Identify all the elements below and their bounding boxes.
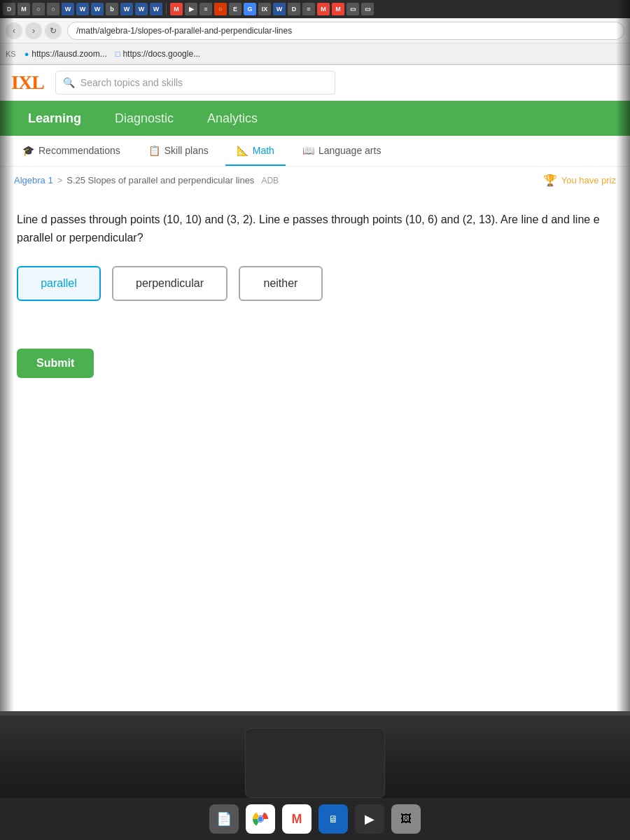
question-text: Line d passes through points (10, 10) an… xyxy=(17,211,613,246)
cursor-indicator xyxy=(17,323,613,337)
laptop-hinge xyxy=(0,711,630,715)
search-icon: 🔍 xyxy=(63,77,75,88)
svg-point-3 xyxy=(258,817,263,822)
app-icon-word3[interactable]: W xyxy=(91,3,104,15)
app-icon-right5[interactable]: M xyxy=(332,3,344,15)
address-bar-row: ‹ › ↻ /math/algebra-1/slopes-of-parallel… xyxy=(0,18,630,43)
subnav-language-arts[interactable]: 📖 Language arts xyxy=(291,136,393,166)
recommendations-icon: 🎓 xyxy=(22,145,34,156)
app-icon-doc[interactable]: ≡ xyxy=(200,3,212,15)
taskbar-gmail[interactable]: M xyxy=(282,804,312,834)
tab-learning[interactable]: Learning xyxy=(11,101,98,136)
taskbar-video[interactable]: ▶ xyxy=(355,804,384,834)
app-icon-vid[interactable]: ▶ xyxy=(185,3,197,15)
prize-icon: 🏆 xyxy=(543,174,557,187)
app-icon-o[interactable]: ○ xyxy=(214,3,227,15)
app-icon-word4[interactable]: W xyxy=(120,3,133,15)
app-icon-right2[interactable]: D xyxy=(288,3,300,15)
ixl-header: IXL 🔍 Search topics and skills xyxy=(0,65,630,101)
back-button[interactable]: ‹ xyxy=(6,22,22,39)
breadcrumb: Algebra 1 > S.25 Slopes of parallel and … xyxy=(0,167,630,194)
sub-nav: 🎓 Recommendations 📋 Skill plans 📐 Math 📖… xyxy=(0,136,630,167)
ixl-logo: IXL xyxy=(11,71,44,94)
bookmarks-bar: KS ● https://lausd.zoom... □ https://doc… xyxy=(0,43,630,64)
app-icon-1[interactable]: D xyxy=(3,3,15,15)
app-icon-g[interactable]: G xyxy=(244,3,256,15)
tab-diagnostic[interactable]: Diagnostic xyxy=(98,101,190,136)
language-arts-icon: 📖 xyxy=(302,145,314,156)
taskbar-misc[interactable]: 🖼 xyxy=(391,804,421,834)
nav-tabs: Learning Diagnostic Analytics xyxy=(0,101,630,136)
math-icon: 📐 xyxy=(237,145,248,156)
app-icon-3[interactable]: ○ xyxy=(32,3,45,15)
taskbar: 📄 M 🖥 ▶ 🖼 xyxy=(0,798,630,840)
ixl-app: IXL 🔍 Search topics and skills Learning … xyxy=(0,65,630,713)
tab-analytics[interactable]: Analytics xyxy=(190,101,274,136)
bookmark-google-docs[interactable]: □ https://docs.google... xyxy=(115,49,200,59)
search-placeholder: Search topics and skills xyxy=(80,77,183,88)
address-bar[interactable]: /math/algebra-1/slopes-of-parallel-and-p… xyxy=(67,22,624,40)
divider xyxy=(166,4,167,15)
laptop-bottom: 📄 M 🖥 ▶ 🖼 xyxy=(0,714,630,840)
app-icon-right3[interactable]: ≡ xyxy=(302,3,315,15)
subnav-math[interactable]: 📐 Math xyxy=(225,136,286,166)
taskbar-blue-app[interactable]: 🖥 xyxy=(318,804,348,834)
app-icon-ix[interactable]: IX xyxy=(258,3,271,15)
breadcrumb-lesson: S.25 Slopes of parallel and perpendicula… xyxy=(66,175,254,186)
search-bar[interactable]: 🔍 Search topics and skills xyxy=(55,71,335,94)
answer-neither[interactable]: neither xyxy=(239,266,323,301)
app-icon-right7[interactable]: ▭ xyxy=(361,3,374,15)
taskbar-chrome[interactable] xyxy=(246,804,275,834)
app-icon-b[interactable]: b xyxy=(106,3,118,15)
refresh-button[interactable]: ↻ xyxy=(45,22,62,39)
taskbar-files[interactable]: 📄 xyxy=(209,804,239,834)
subnav-recommendations[interactable]: 🎓 Recommendations xyxy=(11,136,132,166)
app-icon-word[interactable]: W xyxy=(62,3,74,15)
app-icon-word6[interactable]: W xyxy=(150,3,162,15)
subnav-skill-plans[interactable]: 📋 Skill plans xyxy=(137,136,220,166)
answer-perpendicular[interactable]: perpendicular xyxy=(112,266,227,301)
prize-badge: 🏆 You have priz xyxy=(543,174,616,187)
submit-button[interactable]: Submit xyxy=(17,349,94,378)
app-icon-word2[interactable]: W xyxy=(76,3,89,15)
app-icon-e[interactable]: E xyxy=(229,3,241,15)
breadcrumb-sep: > xyxy=(57,175,63,186)
answer-parallel[interactable]: parallel xyxy=(17,266,101,301)
nav-buttons: ‹ › ↻ xyxy=(6,22,62,39)
app-icon-2[interactable]: M xyxy=(18,3,30,15)
address-text: /math/algebra-1/slopes-of-parallel-and-p… xyxy=(76,26,292,36)
app-icon-4[interactable]: ○ xyxy=(47,3,59,15)
app-icon-right1[interactable]: W xyxy=(273,3,286,15)
app-icon-right4[interactable]: M xyxy=(317,3,330,15)
forward-button[interactable]: › xyxy=(25,22,42,39)
app-icon-word5[interactable]: W xyxy=(135,3,148,15)
breadcrumb-tag: ADB xyxy=(261,176,279,186)
answer-options: parallel perpendicular neither xyxy=(17,266,613,301)
laptop-trackpad xyxy=(245,728,385,798)
question-area: Line d passes through points (10, 10) an… xyxy=(0,194,630,389)
prize-text: You have priz xyxy=(561,175,616,186)
bookmark-zoom[interactable]: ● https://lausd.zoom... xyxy=(24,49,107,59)
app-icon-right6[interactable]: ▭ xyxy=(346,3,359,15)
app-icon-m[interactable]: M xyxy=(170,3,183,15)
skill-plans-icon: 📋 xyxy=(148,145,160,156)
breadcrumb-subject[interactable]: Algebra 1 xyxy=(14,175,53,186)
bookmark-label: KS xyxy=(6,50,16,58)
